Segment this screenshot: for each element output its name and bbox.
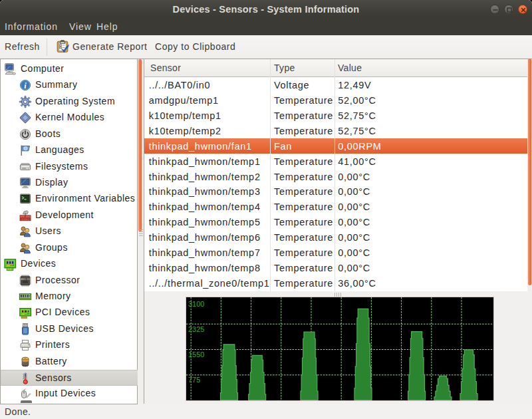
svg-text:775: 775 [188, 376, 200, 384]
svg-text:2325: 2325 [188, 325, 204, 333]
svg-text:i: i [24, 81, 27, 90]
svg-text:AMD-K6: AMD-K6 [21, 278, 30, 281]
svg-text:1550: 1550 [188, 350, 204, 358]
svg-text:3100: 3100 [188, 300, 204, 308]
